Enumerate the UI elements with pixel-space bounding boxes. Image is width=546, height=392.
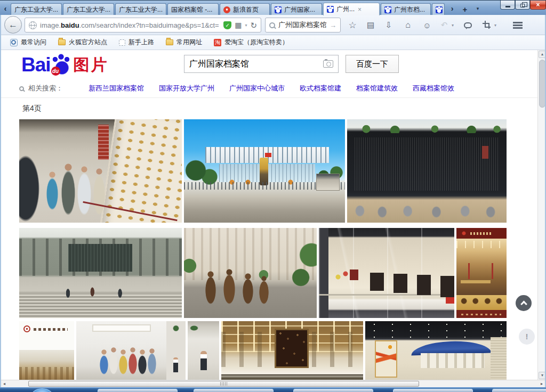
- image-result[interactable]: [19, 228, 182, 318]
- bookmark-common-sites[interactable]: 常用网址: [160, 37, 208, 48]
- back-button[interactable]: ←: [4, 16, 22, 34]
- photo-detail: [200, 262, 285, 306]
- tab-label: 广东工业大学...: [67, 5, 110, 14]
- photo-detail: [265, 153, 271, 157]
- image-result[interactable]: [76, 321, 186, 380]
- new-tab-button[interactable]: +: [460, 5, 470, 14]
- url-bar[interactable]: image.baidu.com/search/index?tn=baiduima…: [25, 18, 261, 32]
- related-link-5[interactable]: 档案馆建筑效: [356, 84, 398, 93]
- photo-detail: [200, 351, 207, 370]
- image-result[interactable]: [19, 321, 74, 380]
- baidu-image-logo[interactable]: Bai du 图片: [21, 52, 109, 78]
- tab-gdut-3[interactable]: 广东工业大学...: [115, 3, 166, 15]
- photo-detail: [68, 244, 132, 272]
- image-result[interactable]: [347, 119, 507, 223]
- globe-icon: [29, 21, 37, 29]
- horizontal-scrollbar[interactable]: ◂ ▸: [0, 380, 546, 387]
- undo-dropdown-caret-icon[interactable]: ▾: [449, 19, 456, 31]
- related-search-label: 相关搜索：: [28, 84, 63, 93]
- photo-detail: [19, 350, 74, 380]
- related-search-icon: [19, 86, 24, 91]
- logo-text-bai: Bai: [21, 54, 51, 76]
- image-result[interactable]: [221, 321, 363, 380]
- scroll-grip-icon: [220, 382, 228, 386]
- tab-partial[interactable]: [432, 3, 445, 15]
- taskbar-app-button[interactable]: [293, 389, 373, 392]
- image-result[interactable]: [319, 228, 454, 318]
- chat-button[interactable]: [461, 19, 475, 31]
- tab-label: 国家档案馆 -...: [171, 5, 212, 14]
- taskbar-app-button[interactable]: [393, 389, 473, 392]
- image-result[interactable]: [456, 228, 507, 318]
- baidu-search-box[interactable]: [184, 55, 339, 73]
- tab-sina-home[interactable]: 新浪首页: [220, 3, 270, 15]
- image-result[interactable]: [184, 228, 317, 318]
- window-minimize-button[interactable]: [500, 1, 515, 10]
- horizontal-scroll-thumb[interactable]: [28, 381, 419, 387]
- photo-detail: [173, 357, 178, 372]
- sina-favicon: [223, 6, 230, 13]
- tab-gdut-1[interactable]: 广东工业大学...: [11, 3, 62, 15]
- taobao-icon: 淘: [214, 39, 221, 46]
- downloads-button[interactable]: ⇩: [382, 19, 396, 31]
- tab-gdut-2[interactable]: 广东工业大学...: [63, 3, 114, 15]
- bookmark-firefox-sites[interactable]: 火狐官方站点: [52, 37, 113, 48]
- tab-scroll-left-button[interactable]: ‹: [1, 4, 10, 14]
- related-link-6[interactable]: 西藏档案馆效: [413, 84, 454, 93]
- url-rest: .com/search/index?tn=baiduimage&ps=1&ct=: [79, 21, 219, 29]
- bookmark-label: 常用网址: [176, 38, 202, 47]
- bookmark-getting-started[interactable]: 新手上路: [113, 37, 160, 48]
- search-go-icon[interactable]: →: [330, 21, 336, 29]
- qr-code-icon[interactable]: ▦: [235, 21, 242, 29]
- image-result[interactable]: [19, 119, 182, 223]
- photo-detail: [19, 143, 126, 223]
- related-link-4[interactable]: 欧式档案馆建: [300, 84, 341, 93]
- tab-national-archives[interactable]: 国家档案馆 -...: [167, 3, 219, 15]
- security-shield-icon[interactable]: ✓: [223, 21, 231, 29]
- baidu-search-button[interactable]: 百度一下: [346, 55, 399, 73]
- reload-icon[interactable]: ↻: [250, 21, 257, 29]
- browser-search-input[interactable]: [278, 21, 326, 29]
- navigation-toolbar: ← image.baidu.com/search/index?tn=baidui…: [0, 15, 546, 35]
- bookmark-star-button[interactable]: ☆: [346, 19, 359, 31]
- bookmarks-panel-button[interactable]: ▤: [364, 19, 378, 31]
- photo-detail: [355, 137, 499, 191]
- logo-text-tupian: 图片: [74, 54, 109, 76]
- tab-scroll-right-button[interactable]: ›: [448, 4, 456, 14]
- related-link-2[interactable]: 国家开放大学广州: [159, 84, 214, 93]
- chat-bubble-icon: [464, 22, 472, 28]
- tab-close-icon[interactable]: ×: [358, 6, 362, 13]
- crop-dropdown-caret-icon[interactable]: ▾: [492, 19, 499, 31]
- taskbar-app-button[interactable]: [194, 389, 274, 392]
- browser-search-bar[interactable]: →: [265, 18, 341, 32]
- tab-guangzhou-active[interactable]: 广州...×: [323, 3, 380, 15]
- window-close-button[interactable]: ×: [530, 1, 546, 10]
- baidu-search-input[interactable]: [189, 59, 323, 69]
- windows-taskbar: [0, 387, 546, 392]
- menu-button[interactable]: [510, 19, 526, 31]
- photo-detail: [365, 321, 507, 339]
- taskbar-app-button[interactable]: [98, 389, 178, 392]
- scroll-left-button[interactable]: ◂: [0, 380, 9, 387]
- related-link-1[interactable]: 新西兰国家档案馆: [89, 84, 144, 93]
- bookmark-most-visited[interactable]: 最常访问: [4, 37, 52, 48]
- baidu-paw-favicon: [384, 6, 391, 13]
- feedback-info-button[interactable]: !: [519, 329, 535, 345]
- urlbar-dropdown-caret-icon[interactable]: ▾: [245, 23, 247, 28]
- image-result[interactable]: [184, 119, 345, 223]
- image-result[interactable]: [365, 321, 507, 380]
- window-restore-button[interactable]: [515, 1, 530, 10]
- home-button[interactable]: ⌂: [401, 19, 415, 31]
- related-link-3[interactable]: 广州国家中心城市: [229, 84, 285, 93]
- back-to-top-button[interactable]: [516, 295, 532, 311]
- tab-list-caret-icon[interactable]: ▾: [473, 6, 482, 13]
- tab-guangzhou-national[interactable]: 广州国家...: [271, 3, 322, 15]
- image-result[interactable]: [188, 321, 219, 380]
- feedback-smiley-button[interactable]: ☺: [420, 19, 434, 31]
- photo-detail: [456, 310, 507, 318]
- bookmark-aitaobao[interactable]: 淘爱淘宝（原淘宝特卖）: [208, 37, 294, 48]
- camera-search-icon[interactable]: [323, 60, 333, 68]
- tab-guangzhou-municipal[interactable]: 广州市档...: [381, 3, 431, 15]
- start-orb-button[interactable]: [30, 388, 54, 392]
- taskbar-app-button[interactable]: [492, 389, 546, 392]
